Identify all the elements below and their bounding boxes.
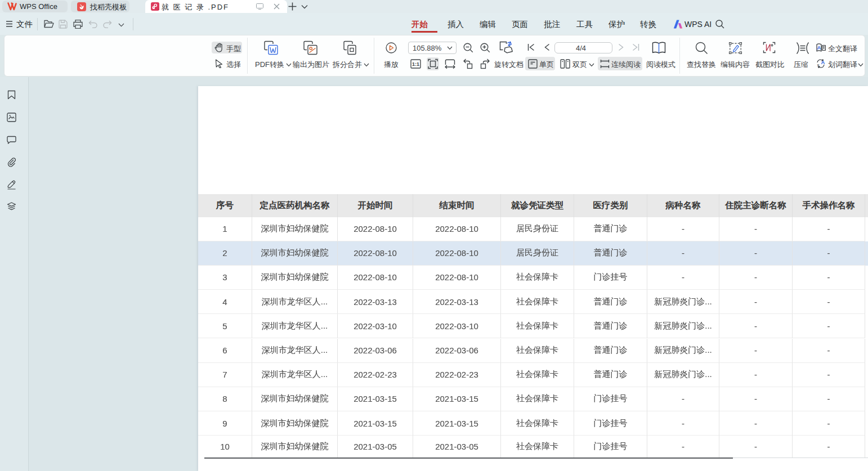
svg-text:x: x [817, 62, 820, 68]
svg-text:1:1: 1:1 [412, 61, 419, 67]
svg-text:A: A [821, 59, 825, 65]
svg-text:A: A [817, 44, 821, 51]
